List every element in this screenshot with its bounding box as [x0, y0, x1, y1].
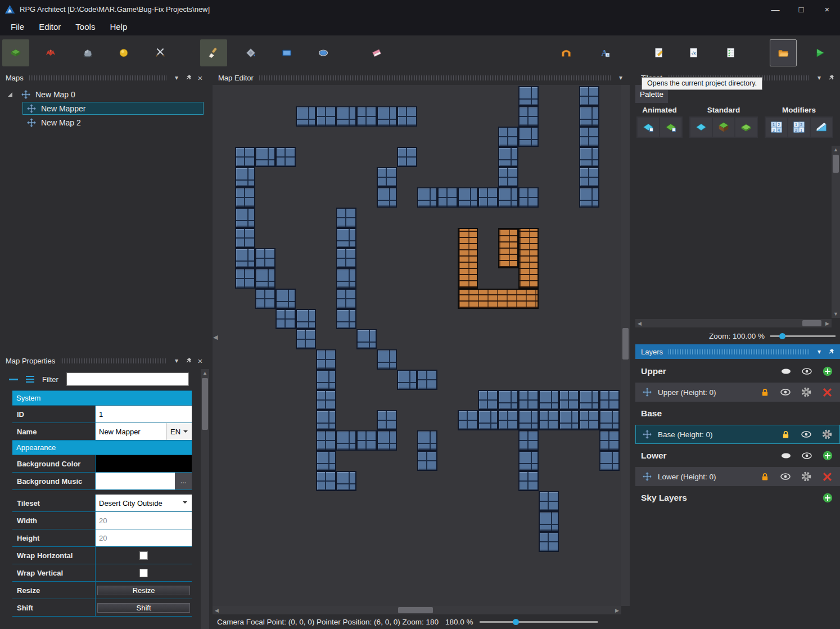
lock-icon[interactable] — [759, 387, 770, 398]
font-a-button[interactable]: AA — [591, 39, 618, 66]
checkbox[interactable] — [139, 569, 148, 577]
open-project-folder-button[interactable] — [770, 39, 797, 66]
menu-item-file[interactable]: File — [3, 18, 31, 35]
scroll-right-icon[interactable]: ▶ — [823, 321, 832, 326]
run-game-button[interactable] — [806, 39, 833, 66]
scroll-left-icon[interactable]: ◀ — [635, 321, 644, 326]
gear-icon[interactable] — [821, 429, 833, 440]
chevron-down-icon[interactable]: ▾ — [815, 74, 824, 82]
add-icon[interactable] — [822, 492, 833, 504]
chevron-down-icon[interactable]: ▾ — [616, 74, 625, 82]
value-input[interactable]: 20 — [96, 529, 192, 546]
menu-item-help[interactable]: Help — [102, 18, 134, 35]
effects-button[interactable] — [110, 39, 137, 66]
add-icon[interactable] — [822, 366, 833, 377]
value-input[interactable]: 1 — [96, 406, 192, 423]
ellipse-tool-button[interactable] — [310, 39, 337, 66]
browse-button[interactable]: ... — [175, 473, 192, 489]
dropdown-value[interactable]: Desert City Outside — [96, 495, 183, 511]
value-input[interactable]: New Mapper — [96, 423, 166, 440]
palette-vertical-scrollbar[interactable]: ▲ ▼ — [832, 146, 840, 318]
tree-row-new-map-2[interactable]: New Map 2 — [0, 115, 209, 129]
autotile-a-button[interactable] — [553, 39, 580, 66]
tree-item-new-map-0[interactable]: New Map 0 — [17, 88, 204, 101]
add-icon[interactable] — [822, 450, 833, 461]
layer-base-height-0[interactable]: Base (Height: 0) — [635, 425, 840, 444]
tree-row-new-map-0[interactable]: New Map 0 — [0, 87, 209, 101]
pin-icon[interactable] — [827, 74, 836, 81]
visibility-oval-icon[interactable] — [780, 366, 792, 377]
menu-item-tools[interactable]: Tools — [68, 18, 102, 35]
pin-icon[interactable] — [827, 348, 836, 355]
tree-row-new-mapper[interactable]: New Mapper — [0, 101, 209, 115]
numbered-pair-button[interactable]: 1221 — [788, 118, 810, 137]
slope-tile-button[interactable] — [811, 118, 832, 137]
rectangle-tool-button[interactable] — [273, 39, 300, 66]
value-input[interactable]: 20 — [96, 512, 192, 529]
lock-gold-icon[interactable] — [780, 429, 791, 440]
close-button[interactable]: × — [814, 0, 840, 18]
shift-button[interactable]: Shift — [97, 603, 190, 613]
map-canvas[interactable]: ◀ — [213, 85, 621, 606]
menu-icon[interactable] — [26, 376, 34, 383]
brush-tool-button[interactable] — [200, 39, 227, 66]
color-swatch[interactable] — [96, 455, 192, 472]
eye-icon[interactable] — [780, 387, 791, 398]
filter-input[interactable] — [66, 372, 189, 386]
map-horizontal-scrollbar[interactable]: ◀ ▶ — [213, 606, 621, 614]
layer-group-sky-layers[interactable]: Sky Layers — [635, 487, 840, 508]
layer-group-lower[interactable]: Lower — [635, 445, 840, 466]
collapse-left-arrow-icon[interactable]: ◀ — [213, 334, 218, 341]
lock-icon[interactable] — [759, 471, 770, 482]
palette-canvas[interactable]: ▲ ▼ — [635, 141, 840, 319]
palette-zoom-slider[interactable] — [770, 333, 836, 340]
grass-flat-tile-button[interactable] — [735, 118, 757, 137]
palette-horizontal-scrollbar[interactable]: ◀ ▶ — [635, 319, 832, 327]
formula-editor-button[interactable]: √x — [680, 39, 707, 66]
eye-icon[interactable] — [780, 471, 791, 482]
chevron-down-icon[interactable]: ▾ — [172, 357, 181, 365]
tree-item-new-mapper[interactable]: New Mapper — [22, 102, 204, 115]
collapse-all-icon[interactable] — [9, 379, 18, 380]
menu-item-editor[interactable]: Editor — [31, 18, 68, 35]
layer-group-upper[interactable]: Upper — [635, 361, 840, 381]
eye-icon[interactable] — [801, 366, 812, 377]
eye-icon[interactable] — [801, 429, 812, 440]
scroll-left-icon[interactable]: ◀ — [213, 608, 221, 613]
map-mode-button[interactable] — [2, 39, 29, 66]
pin-icon[interactable] — [184, 74, 193, 81]
items-button[interactable] — [74, 39, 101, 66]
editor-zoom-slider[interactable] — [480, 618, 598, 626]
layer-group-base[interactable]: Base — [635, 403, 840, 424]
checklist-button[interactable] — [717, 39, 744, 66]
close-icon[interactable]: × — [196, 356, 205, 366]
eye-icon[interactable] — [801, 450, 812, 461]
layer-lower-height-0[interactable]: Lower (Height: 0) — [635, 467, 840, 486]
fill-tool-button[interactable] — [237, 39, 264, 66]
layer-upper-height-0[interactable]: Upper (Height: 0) — [635, 383, 840, 402]
numbered-grid-button[interactable]: 1234 — [766, 118, 787, 137]
maximize-button[interactable]: □ — [788, 0, 814, 18]
checkbox[interactable] — [139, 551, 148, 560]
script-editor-button[interactable] — [645, 39, 672, 66]
chevron-down-icon[interactable]: ▾ — [815, 348, 824, 356]
battle-button[interactable] — [147, 39, 174, 66]
chevron-down-icon[interactable]: ▾ — [172, 74, 181, 82]
minimize-button[interactable]: — — [762, 0, 788, 18]
gear-icon[interactable] — [801, 471, 812, 482]
section-system[interactable]: System — [12, 391, 192, 406]
eraser-tool-button[interactable] — [363, 39, 390, 66]
delete-icon[interactable] — [821, 387, 833, 398]
grass-animated-tile-button[interactable] — [660, 118, 681, 137]
resize-button[interactable]: Resize — [97, 586, 190, 595]
water-tile-button[interactable] — [690, 118, 712, 137]
tree-item-new-map-2[interactable]: New Map 2 — [22, 116, 204, 129]
gear-icon[interactable] — [801, 387, 812, 398]
grass-cube-tile-button[interactable] — [713, 118, 734, 137]
visibility-oval-icon[interactable] — [780, 450, 792, 461]
close-icon[interactable]: × — [196, 73, 205, 83]
tree-expander-icon[interactable] — [8, 92, 12, 97]
water-animated-tile-button[interactable] — [638, 118, 659, 137]
monsters-button[interactable] — [37, 39, 64, 66]
properties-scrollbar[interactable]: ▲ — [201, 369, 209, 629]
